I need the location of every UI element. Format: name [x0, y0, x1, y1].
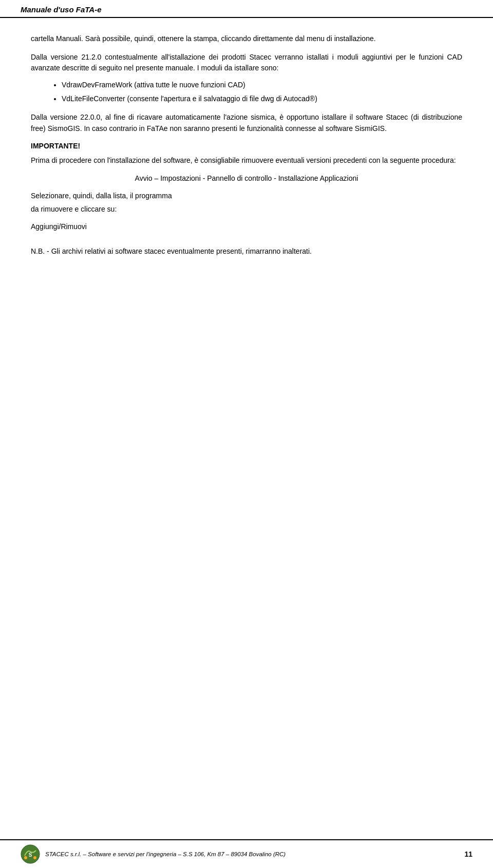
selezionare-line1: Selezionare, quindi, dalla lista, il pro… [31, 191, 462, 202]
nb-text: N.B. - Gli archivi relativi ai software … [31, 246, 462, 257]
footer-page-number: 11 [464, 850, 472, 858]
svg-point-3 [33, 856, 36, 859]
page-header-title: Manuale d'uso FaTA-e [21, 5, 101, 14]
main-content: cartella Manuali. Sarà possibile, quindi… [0, 18, 493, 839]
footer-left: S STACEC s.r.l. – Software e servizi per… [21, 844, 286, 864]
aggiungi-rimuovi-label: Aggiungi/Rimuovi [31, 222, 462, 231]
bullet-list-modules: VdrawDevFrameWork (attiva tutte le nuove… [62, 79, 462, 105]
important-heading: IMPORTANTE! [31, 142, 462, 150]
footer-company-info: STACEC s.r.l. – Software e servizi per l… [45, 851, 286, 857]
page-footer: S STACEC s.r.l. – Software e servizi per… [0, 839, 493, 868]
svg-point-2 [24, 856, 27, 859]
page-header: Manuale d'uso FaTA-e [0, 0, 493, 18]
svg-text:S: S [29, 852, 32, 858]
list-item-vdlite: VdLiteFileConverter (consente l'apertura… [62, 93, 462, 105]
page-container: Manuale d'uso FaTA-e cartella Manuali. S… [0, 0, 493, 868]
paragraph-versione: Dalla versione 21.2.0 contestualmente al… [31, 52, 462, 74]
avvio-line: Avvio – Impostazioni - Pannello di contr… [31, 174, 462, 182]
stacec-logo-icon: S [21, 844, 40, 864]
selezionare-line2: da rimuovere e cliccare su: [31, 204, 462, 215]
paragraph-manuali: cartella Manuali. Sarà possibile, quindi… [31, 33, 462, 45]
paragraph-versione22: Dalla versione 22.0.0, al fine di ricava… [31, 112, 462, 134]
list-item-vdraw: VdrawDevFrameWork (attiva tutte le nuove… [62, 79, 462, 91]
paragraph-prima: Prima di procedere con l'installazione d… [31, 155, 462, 166]
